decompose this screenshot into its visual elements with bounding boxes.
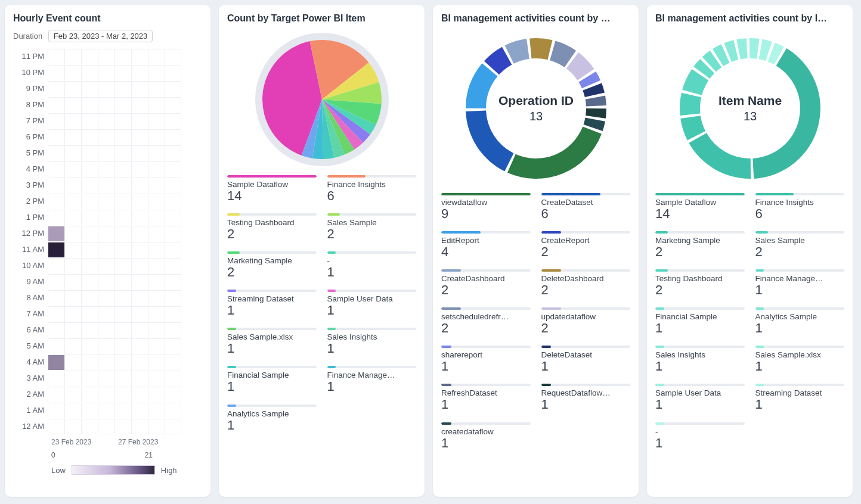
- heatmap-cell[interactable]: [131, 81, 148, 97]
- heatmap-cell[interactable]: [114, 49, 131, 64]
- chart-slice[interactable]: [507, 126, 601, 179]
- heatmap-cell[interactable]: [148, 419, 165, 434]
- heatmap-cell[interactable]: [64, 387, 81, 402]
- legend-item[interactable]: DeleteDataset1: [541, 346, 631, 373]
- heatmap-cell[interactable]: [48, 242, 64, 257]
- heatmap-cell[interactable]: [165, 194, 181, 209]
- heatmap-cell[interactable]: [98, 419, 114, 434]
- heatmap-cell[interactable]: [165, 371, 181, 386]
- heatmap-cell[interactable]: [48, 113, 64, 129]
- heatmap-cell[interactable]: [98, 387, 114, 402]
- legend-item[interactable]: viewdataflow9: [441, 193, 531, 220]
- chart-slice[interactable]: [749, 38, 759, 59]
- heatmap-cell[interactable]: [64, 274, 81, 290]
- heatmap-cell[interactable]: [165, 322, 181, 338]
- heatmap-cell[interactable]: [165, 113, 181, 129]
- chart-slice[interactable]: [586, 108, 606, 119]
- legend-item[interactable]: EditReport4: [441, 231, 531, 259]
- legend-item[interactable]: RefreshDataset1: [441, 384, 531, 411]
- card-hourly-event-count[interactable]: Hourly Event count Duration Feb 23, 2023…: [5, 5, 210, 497]
- heatmap-cell[interactable]: [64, 49, 81, 64]
- legend-item[interactable]: Analytics Sample1: [227, 405, 317, 432]
- heatmap-cell[interactable]: [64, 178, 81, 193]
- heatmap-cell[interactable]: [81, 306, 98, 322]
- heatmap-cell[interactable]: [64, 371, 81, 386]
- heatmap-cell[interactable]: [131, 49, 148, 64]
- legend-item[interactable]: Marketing Sample2: [655, 231, 745, 259]
- heatmap-cell[interactable]: [148, 242, 165, 257]
- heatmap-cell[interactable]: [48, 145, 64, 161]
- heatmap-cell[interactable]: [81, 419, 98, 434]
- legend-item[interactable]: Sample Dataflow14: [227, 175, 317, 203]
- legend-item[interactable]: DeleteDashboard2: [541, 269, 631, 297]
- heatmap-cell[interactable]: [148, 387, 165, 402]
- heatmap-cell[interactable]: [48, 403, 64, 418]
- heatmap-cell[interactable]: [148, 258, 165, 273]
- heatmap-cell[interactable]: [114, 161, 131, 177]
- legend-item[interactable]: Sales Sample2: [755, 231, 845, 259]
- heatmap-cell[interactable]: [131, 226, 148, 241]
- heatmap-cell[interactable]: [48, 65, 64, 80]
- heatmap-cell[interactable]: [165, 403, 181, 418]
- heatmap-cell[interactable]: [165, 210, 181, 225]
- heatmap-cell[interactable]: [48, 194, 64, 209]
- legend-item[interactable]: Sample User Data1: [655, 384, 745, 411]
- heatmap-cell[interactable]: [165, 306, 181, 322]
- duration-value[interactable]: Feb 23, 2023 - Mar 2, 2023: [48, 30, 153, 42]
- heatmap-cell[interactable]: [64, 161, 81, 177]
- heatmap-cell[interactable]: [98, 161, 114, 177]
- heatmap-cell[interactable]: [114, 194, 131, 209]
- pie-chart[interactable]: [227, 31, 416, 168]
- heatmap-cell[interactable]: [114, 274, 131, 290]
- heatmap-cell[interactable]: [64, 210, 81, 225]
- heatmap-cell[interactable]: [64, 129, 81, 145]
- heatmap-cell[interactable]: [48, 210, 64, 225]
- heatmap-cell[interactable]: [98, 242, 114, 257]
- heatmap-cell[interactable]: [81, 290, 98, 306]
- heatmap-cell[interactable]: [64, 306, 81, 322]
- legend-item[interactable]: CreateDashboard2: [441, 269, 531, 297]
- legend-item[interactable]: Finance Manage…1: [755, 269, 845, 297]
- legend-item[interactable]: -1: [655, 422, 745, 450]
- heatmap-cell[interactable]: [114, 113, 131, 129]
- heatmap-cell[interactable]: [131, 403, 148, 418]
- heatmap-cell[interactable]: [114, 258, 131, 273]
- legend-item[interactable]: Testing Dashboard2: [227, 213, 317, 241]
- heatmap-cell[interactable]: [81, 258, 98, 273]
- heatmap-cell[interactable]: [48, 290, 64, 306]
- heatmap-cell[interactable]: [64, 65, 81, 80]
- heatmap-cell[interactable]: [48, 338, 64, 354]
- chart-slice[interactable]: [585, 95, 606, 106]
- heatmap-cell[interactable]: [98, 129, 114, 145]
- heatmap-cell[interactable]: [64, 97, 81, 113]
- heatmap-cell[interactable]: [131, 65, 148, 80]
- heatmap-cell[interactable]: [48, 419, 64, 434]
- heatmap-cell[interactable]: [148, 338, 165, 354]
- heatmap-cell[interactable]: [165, 274, 181, 290]
- heatmap-cell[interactable]: [148, 178, 165, 193]
- heatmap-cell[interactable]: [81, 371, 98, 386]
- chart-slice[interactable]: [680, 93, 701, 116]
- heatmap-cell[interactable]: [114, 338, 131, 354]
- heatmap-cell[interactable]: [98, 403, 114, 418]
- heatmap-cell[interactable]: [98, 65, 114, 80]
- heatmap-cell[interactable]: [165, 387, 181, 402]
- heatmap-cell[interactable]: [131, 371, 148, 386]
- heatmap-cell[interactable]: [131, 258, 148, 273]
- heatmap-cell[interactable]: [148, 113, 165, 129]
- legend-item[interactable]: sharereport1: [441, 346, 531, 373]
- heatmap-cell[interactable]: [64, 194, 81, 209]
- legend-item[interactable]: Financial Sample1: [227, 366, 317, 393]
- heatmap-cell[interactable]: [98, 371, 114, 386]
- heatmap-cell[interactable]: [64, 145, 81, 161]
- heatmap-cell[interactable]: [114, 306, 131, 322]
- heatmap-cell[interactable]: [98, 49, 114, 64]
- heatmap-cell[interactable]: [114, 290, 131, 306]
- heatmap-cell[interactable]: [148, 354, 165, 370]
- heatmap-cell[interactable]: [48, 322, 64, 338]
- card-activities-by-item-name[interactable]: BI management activities count by I… Ite…: [647, 5, 853, 497]
- heatmap-cell[interactable]: [131, 290, 148, 306]
- heatmap-cell[interactable]: [81, 274, 98, 290]
- heatmap-cell[interactable]: [131, 419, 148, 434]
- legend-item[interactable]: CreateDataset6: [541, 193, 631, 220]
